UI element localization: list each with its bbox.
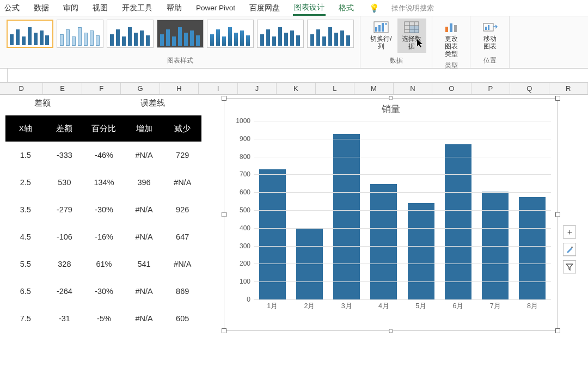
- chart-title[interactable]: 销量: [224, 99, 558, 118]
- chart-style-7[interactable]: [307, 20, 354, 48]
- chart-style-1[interactable]: [7, 20, 53, 48]
- chart-styles-button[interactable]: [563, 243, 576, 256]
- cell[interactable]: -31: [46, 314, 84, 323]
- col-I[interactable]: I: [199, 83, 237, 94]
- tab-formula[interactable]: 公式: [3, 1, 21, 15]
- resize-handle-l[interactable]: [222, 212, 226, 217]
- tab-view[interactable]: 视图: [91, 1, 109, 15]
- cell[interactable]: 7.5: [5, 314, 46, 323]
- tab-help[interactable]: 帮助: [166, 1, 183, 15]
- select-data-button[interactable]: 选择数据: [397, 19, 426, 53]
- cell[interactable]: #N/A: [125, 205, 164, 214]
- table-row[interactable]: 3.5-279-30%#N/A926: [5, 196, 201, 223]
- bar-8月[interactable]: [519, 197, 546, 299]
- move-chart-button[interactable]: 移动图表: [476, 19, 504, 53]
- cell[interactable]: -264: [46, 287, 84, 296]
- tab-chart-design[interactable]: 图表设计: [293, 1, 326, 16]
- cell[interactable]: 605: [163, 314, 201, 323]
- cell[interactable]: 328: [46, 260, 84, 268]
- col-Q[interactable]: Q: [510, 83, 549, 94]
- cell[interactable]: -279: [46, 205, 84, 214]
- cell[interactable]: 2.5: [5, 178, 46, 187]
- resize-handle-tc[interactable]: [389, 96, 393, 100]
- cell[interactable]: #N/A: [125, 151, 164, 160]
- bar-5月[interactable]: [408, 203, 434, 299]
- table-row[interactable]: 6.5-264-30%#N/A869: [5, 278, 201, 305]
- col-J[interactable]: J: [238, 83, 277, 94]
- cell[interactable]: 541: [125, 260, 164, 268]
- cell[interactable]: 530: [46, 178, 84, 187]
- cell[interactable]: 396: [125, 178, 164, 187]
- tab-devtools[interactable]: 开发工具: [121, 1, 154, 15]
- cell[interactable]: 3.5: [5, 205, 46, 214]
- chart-x-axis[interactable]: 1月2月3月4月5月6月7月8月: [254, 302, 551, 311]
- cell[interactable]: -30%: [83, 205, 125, 214]
- bar-6月[interactable]: [445, 144, 471, 299]
- cell[interactable]: 926: [163, 205, 201, 214]
- col-D[interactable]: D: [0, 83, 43, 94]
- col-G[interactable]: G: [121, 83, 160, 94]
- chart-elements-button[interactable]: ＋: [563, 225, 576, 238]
- cell[interactable]: 647: [163, 232, 201, 241]
- resize-handle-bc[interactable]: [389, 329, 393, 333]
- tab-baidu[interactable]: 百度网盘: [248, 1, 281, 15]
- change-chart-type-button[interactable]: 更改 图表类型: [438, 19, 464, 60]
- table-row[interactable]: 7.5-31-5%#N/A605: [5, 305, 201, 332]
- chart-styles-gallery[interactable]: [7, 19, 354, 48]
- resize-handle-tl[interactable]: [222, 96, 226, 101]
- name-box[interactable]: [0, 69, 8, 82]
- cell[interactable]: #N/A: [125, 232, 164, 241]
- tab-format[interactable]: 格式: [338, 1, 355, 15]
- col-H[interactable]: H: [160, 83, 199, 94]
- chart-y-axis[interactable]: 01002003004005006007008009001000: [231, 121, 253, 299]
- table-row[interactable]: 2.5530134%396#N/A: [5, 169, 201, 196]
- cell[interactable]: #N/A: [125, 287, 164, 296]
- chart-style-3[interactable]: [107, 20, 154, 48]
- cell[interactable]: 61%: [83, 260, 125, 268]
- bar-3月[interactable]: [333, 134, 360, 299]
- chart-filters-button[interactable]: [563, 260, 576, 273]
- tell-me-search[interactable]: 操作说明搜索: [391, 3, 434, 13]
- cell[interactable]: -46%: [83, 151, 125, 160]
- col-L[interactable]: L: [316, 83, 354, 94]
- resize-handle-r[interactable]: [555, 212, 560, 217]
- col-M[interactable]: M: [354, 83, 393, 94]
- cell[interactable]: #N/A: [163, 260, 201, 268]
- cell[interactable]: #N/A: [125, 314, 164, 323]
- chart-plot-area[interactable]: 01002003004005006007008009001000: [254, 121, 551, 299]
- bar-1月[interactable]: [259, 169, 286, 299]
- chart-style-5[interactable]: [207, 20, 254, 48]
- cell[interactable]: 869: [163, 287, 201, 296]
- cell[interactable]: -333: [46, 151, 84, 160]
- table-row[interactable]: 1.5-333-46%#N/A729: [5, 142, 201, 169]
- resize-handle-tr[interactable]: [555, 96, 560, 101]
- col-F[interactable]: F: [82, 83, 121, 94]
- cell[interactable]: -30%: [83, 287, 125, 296]
- cell[interactable]: -16%: [83, 232, 125, 241]
- col-N[interactable]: N: [394, 83, 432, 94]
- tab-powerpivot[interactable]: Power Pivot: [195, 2, 236, 14]
- col-R[interactable]: R: [549, 83, 588, 94]
- chart-style-2[interactable]: [57, 20, 103, 48]
- resize-handle-br[interactable]: [555, 328, 560, 333]
- cell[interactable]: -106: [46, 232, 84, 241]
- table-row[interactable]: 5.532861%541#N/A: [5, 250, 201, 278]
- cell[interactable]: 4.5: [5, 232, 46, 241]
- cell[interactable]: 6.5: [5, 287, 46, 296]
- resize-handle-bl[interactable]: [222, 328, 226, 333]
- col-O[interactable]: O: [432, 83, 471, 94]
- col-P[interactable]: P: [471, 83, 510, 94]
- cell[interactable]: -5%: [83, 314, 125, 323]
- table-row[interactable]: 4.5-106-16%#N/A647: [5, 223, 201, 250]
- cell[interactable]: 134%: [83, 178, 125, 187]
- chart-object[interactable]: 销量 01002003004005006007008009001000 1月2月…: [224, 98, 558, 331]
- cell[interactable]: 1.5: [5, 151, 46, 160]
- cell[interactable]: #N/A: [163, 178, 201, 187]
- chart-style-4[interactable]: [157, 20, 204, 48]
- tab-data[interactable]: 数据: [33, 1, 50, 15]
- formula-input[interactable]: [8, 69, 588, 82]
- col-E[interactable]: E: [43, 83, 82, 94]
- cell[interactable]: 5.5: [5, 260, 46, 268]
- cell[interactable]: 729: [163, 151, 201, 160]
- tab-review[interactable]: 审阅: [62, 1, 79, 15]
